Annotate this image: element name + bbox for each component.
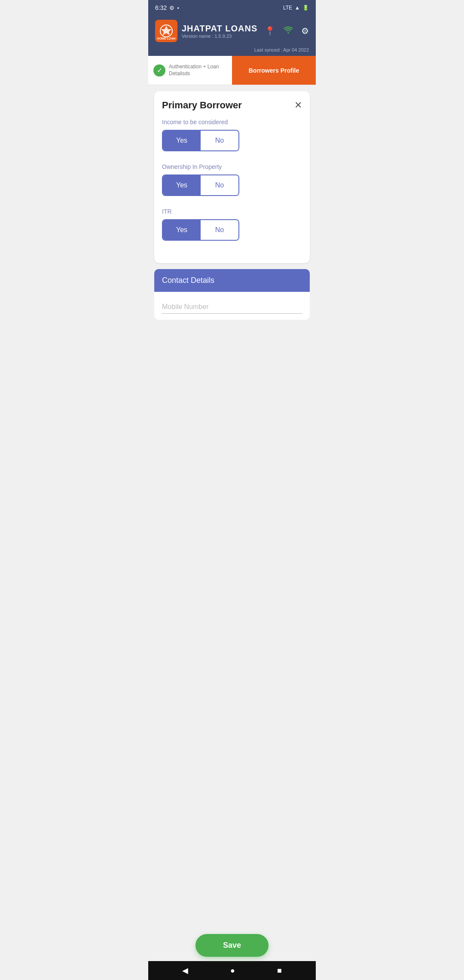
- income-toggle[interactable]: Yes No: [162, 130, 239, 151]
- battery-icon: 🔋: [302, 5, 309, 11]
- lte-icon: LTE: [283, 5, 292, 11]
- status-time: 6:32 ⚙ ●: [155, 4, 179, 11]
- wifi-icon: [283, 26, 293, 37]
- signal-icon: ▲: [295, 5, 300, 11]
- ownership-yes-button[interactable]: Yes: [163, 175, 201, 195]
- status-bar: 6:32 ⚙ ● LTE ▲ 🔋: [148, 0, 316, 15]
- itr-no-button[interactable]: No: [201, 220, 238, 240]
- step-progress-bar: ✓ Authentication + Loan Detailsds Borrow…: [148, 56, 316, 85]
- income-no-button[interactable]: No: [201, 131, 238, 150]
- close-button[interactable]: ✕: [294, 101, 302, 110]
- itr-label: ITR: [162, 208, 302, 215]
- contact-details-section: Contact Details: [154, 269, 310, 320]
- card-title: Primary Borrower: [162, 100, 242, 111]
- ownership-no-button[interactable]: No: [201, 175, 238, 195]
- ownership-toggle[interactable]: Yes No: [162, 175, 239, 196]
- logo-area: HOME LOAN JHATPAT LOANS Version name : 1…: [155, 20, 257, 42]
- version-label: Version name : 1.5.9.23: [182, 34, 257, 39]
- step-2-label: Borrowers Profile: [249, 67, 299, 74]
- contact-section-body: [154, 292, 310, 320]
- card-header: Primary Borrower ✕: [162, 100, 302, 111]
- status-icons: LTE ▲ 🔋: [283, 5, 309, 11]
- settings-nav-icon[interactable]: ⚙: [301, 26, 309, 36]
- primary-borrower-card: Primary Borrower ✕ Income to be consider…: [154, 91, 310, 263]
- location-icon[interactable]: 📍: [265, 26, 275, 36]
- ownership-label: Ownership In Property: [162, 163, 302, 170]
- step-2[interactable]: Borrowers Profile: [232, 56, 316, 85]
- settings-icon: ⚙: [169, 5, 174, 11]
- iifl-logo: HOME LOAN: [155, 20, 177, 42]
- step-1-check-icon: ✓: [153, 64, 165, 77]
- sync-info: Last synced : Apr 04 2022: [148, 47, 316, 56]
- nav-icon-group: 📍 ⚙: [265, 26, 309, 37]
- itr-toggle[interactable]: Yes No: [162, 219, 239, 241]
- contact-section-header: Contact Details: [154, 269, 310, 292]
- app-name: JHATPAT LOANS: [182, 24, 257, 34]
- main-content: Primary Borrower ✕ Income to be consider…: [148, 85, 316, 335]
- contact-title: Contact Details: [162, 276, 214, 285]
- svg-text:HOME LOAN: HOME LOAN: [157, 37, 176, 40]
- itr-yes-button[interactable]: Yes: [163, 220, 201, 240]
- step-1[interactable]: ✓ Authentication + Loan Detailsds: [148, 56, 232, 85]
- step-1-label: Authentication + Loan Detailsds: [169, 64, 227, 77]
- mobile-number-input[interactable]: [162, 300, 302, 314]
- time-display: 6:32: [155, 4, 167, 11]
- nav-bar: HOME LOAN JHATPAT LOANS Version name : 1…: [148, 15, 316, 47]
- dot-indicator: ●: [177, 6, 179, 10]
- nav-title-area: JHATPAT LOANS Version name : 1.5.9.23: [182, 24, 257, 39]
- svg-point-4: [288, 32, 289, 34]
- income-yes-button[interactable]: Yes: [163, 131, 201, 150]
- income-label: Income to be considered: [162, 119, 302, 126]
